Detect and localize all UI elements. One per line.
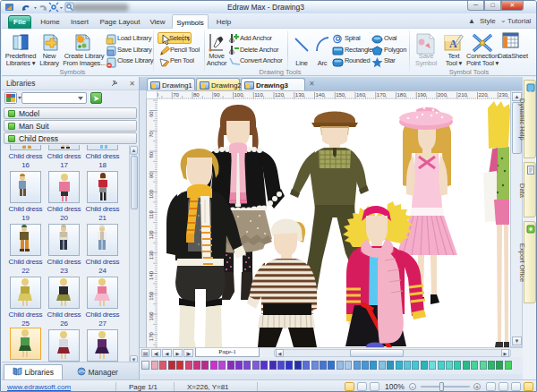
svg-text:110: 110 xyxy=(149,210,154,219)
svg-text:140: 140 xyxy=(149,270,154,280)
svg-text:90: 90 xyxy=(149,172,154,178)
svg-text:140: 140 xyxy=(316,92,326,98)
svg-text:120: 120 xyxy=(275,92,285,98)
svg-text:60: 60 xyxy=(149,111,154,117)
svg-text:170: 170 xyxy=(377,92,387,98)
svg-text:120: 120 xyxy=(149,230,154,240)
svg-text:160: 160 xyxy=(149,311,154,321)
svg-text:210: 210 xyxy=(458,92,468,98)
svg-text:200: 200 xyxy=(438,92,448,98)
svg-text:100: 100 xyxy=(234,92,244,98)
svg-text:70: 70 xyxy=(149,131,154,137)
svg-text:130: 130 xyxy=(295,92,305,98)
svg-text:180: 180 xyxy=(397,92,407,98)
svg-text:150: 150 xyxy=(149,291,154,301)
svg-text:100: 100 xyxy=(149,189,154,199)
svg-text:60: 60 xyxy=(158,92,159,98)
svg-text:80: 80 xyxy=(193,92,200,98)
svg-text:170: 170 xyxy=(149,332,154,342)
svg-text:70: 70 xyxy=(173,92,179,98)
svg-text:130: 130 xyxy=(149,251,154,260)
svg-text:160: 160 xyxy=(356,92,366,98)
svg-text:190: 190 xyxy=(417,92,427,98)
svg-text:110: 110 xyxy=(254,92,263,98)
svg-text:230: 230 xyxy=(499,92,508,98)
svg-text:150: 150 xyxy=(336,92,345,98)
svg-text:80: 80 xyxy=(149,151,154,158)
svg-text:90: 90 xyxy=(214,92,220,98)
svg-text:?: ? xyxy=(526,90,532,92)
svg-text:220: 220 xyxy=(479,92,489,98)
